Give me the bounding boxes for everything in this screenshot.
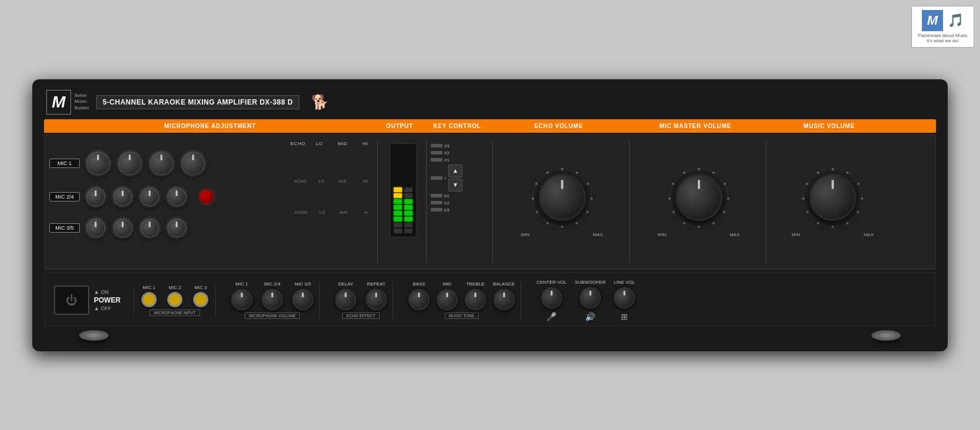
echo-volume-knob[interactable] — [539, 174, 586, 221]
music-volume-section: MIN MAX — [768, 141, 897, 263]
vu-led-r4 — [404, 205, 413, 210]
delay-knob-group: DELAY — [335, 281, 356, 310]
treble-knob[interactable] — [465, 289, 486, 310]
svg-point-22 — [673, 211, 675, 213]
bass-knob-group: BASS — [408, 281, 430, 310]
section-echo-header: ECHO VOLUME — [491, 121, 626, 131]
mic1-knob-group — [86, 151, 205, 176]
mic35-label: MIC 3/5 — [49, 223, 80, 233]
balance-knob-group: BALANCE — [493, 281, 515, 310]
mic2-jack[interactable] — [167, 292, 183, 307]
mic1-jack-group: MIC 1 — [141, 285, 157, 307]
svg-point-10 — [532, 197, 534, 200]
knob-col-label-echo2: eCHO — [294, 179, 306, 183]
mic3-jack[interactable] — [193, 292, 208, 307]
mic-master-volume-knob[interactable] — [675, 174, 722, 221]
mic-vol-label: MICROPHONE VOLUME — [245, 313, 300, 319]
key-down-button[interactable]: ▼ — [448, 179, 462, 192]
knob-col-label-mid2: miD — [339, 179, 347, 183]
vu-led-8 — [394, 229, 402, 233]
svg-point-9 — [536, 211, 538, 213]
svg-point-28 — [846, 172, 849, 174]
treble-knob-group: TREBLE — [465, 281, 486, 310]
line-vol-knob[interactable] — [614, 287, 635, 308]
echo-vol-knob-container — [531, 166, 593, 229]
vu-led-r8 — [404, 229, 413, 233]
center-vol-knob[interactable] — [541, 287, 562, 308]
music-volume-knob[interactable] — [809, 174, 856, 221]
mic24-knob-group — [86, 187, 187, 207]
balance-knob[interactable] — [494, 289, 515, 310]
key-led-b3 — [431, 208, 442, 211]
mic-input-label: MICROPHONE INPUT — [150, 310, 200, 316]
bass-knob[interactable] — [408, 289, 430, 310]
vu-led-r3 — [404, 199, 413, 204]
mic24-echo-knob[interactable] — [86, 187, 106, 207]
repeat-knob[interactable] — [366, 289, 387, 310]
mic35-echo-knob[interactable] — [86, 218, 106, 238]
subwoofer-knob[interactable] — [580, 287, 601, 308]
mic1-vol-knob[interactable] — [231, 289, 252, 310]
mic1-hi-knob[interactable] — [181, 151, 205, 176]
svg-point-33 — [832, 226, 834, 228]
repeat-knob-group: REPEAT — [366, 281, 387, 310]
mic1-row: MIC 1 — [49, 151, 373, 176]
section-headers-bar: MICROPHONE ADJUSTMENT OUTPUT KEY CONTROL… — [44, 119, 936, 133]
svg-point-16 — [724, 183, 726, 185]
mic1-jack[interactable] — [141, 292, 157, 307]
knob-col-label-hi: HI — [363, 141, 368, 146]
vu-led-5 — [394, 211, 402, 216]
mic24-mid-knob[interactable] — [140, 187, 160, 207]
svg-point-32 — [846, 222, 849, 224]
key-led-3 — [431, 144, 442, 147]
vu-led-6 — [394, 217, 402, 221]
svg-point-21 — [683, 222, 685, 224]
vu-led-3 — [394, 199, 402, 204]
center-vol-group: CENTER VOL 🎤 — [536, 280, 566, 321]
svg-point-7 — [561, 226, 563, 228]
vu-col-left — [394, 187, 402, 233]
svg-point-37 — [806, 183, 808, 185]
key-ind-b2: b2 — [431, 200, 490, 206]
mic35-hi-knob[interactable] — [167, 218, 187, 238]
mic-master-min-max: MIN MAX — [658, 232, 740, 237]
svg-point-23 — [668, 197, 671, 200]
key-ind-1: #1 — [431, 157, 490, 163]
vu-led-1 — [394, 187, 402, 192]
echo-min-max: MIN MAX — [521, 232, 603, 237]
key-up-button[interactable]: ▲ — [448, 164, 462, 177]
svg-point-5 — [586, 211, 589, 213]
speaker-icon: 🔊 — [585, 312, 595, 321]
svg-point-18 — [723, 211, 725, 213]
power-section: ⏻ ▲ ON POWER ▲ OFF — [54, 285, 124, 315]
mic24-vol-knob[interactable] — [262, 289, 283, 310]
mic-master-knob-container — [668, 166, 730, 229]
mic1-lo-knob[interactable] — [117, 151, 142, 176]
svg-point-34 — [817, 222, 819, 224]
mic24-lo-knob[interactable] — [113, 187, 133, 207]
mic1-mid-knob[interactable] — [149, 151, 174, 176]
mic35-lo-knob[interactable] — [113, 218, 133, 238]
power-switch[interactable]: ⏻ — [54, 285, 89, 315]
mic24-hi-knob[interactable] — [167, 187, 187, 207]
mic35-vol-knob[interactable] — [292, 289, 313, 310]
mic24-vol-knob-group: MIC 2/4 — [262, 281, 283, 310]
mic3-jack-group: MIC 3 — [193, 285, 208, 307]
vu-led-7 — [394, 223, 402, 227]
key-led-1 — [431, 158, 442, 162]
mid-knob[interactable] — [437, 289, 458, 310]
svg-point-15 — [712, 172, 715, 174]
svg-point-25 — [683, 172, 685, 174]
mic24-row: MIC 2/4 — [49, 187, 373, 207]
vu-led-r1 — [404, 187, 413, 192]
brand-logo: M Better Music Builder — [46, 90, 89, 115]
mic1-echo-knob[interactable] — [86, 151, 110, 176]
mic1-vol-knob-group: MIC 1 — [231, 281, 252, 310]
model-badge: 5-CHANNEL KARAOKE MIXING AMPLIFIER DX-38… — [96, 95, 299, 109]
output-vu-section — [380, 141, 427, 263]
key-ind-b1: b1 — [431, 193, 490, 199]
bottom-panel: ⏻ ▲ ON POWER ▲ OFF MIC 1 MIC 2 — [44, 272, 936, 327]
vu-meter — [390, 143, 417, 237]
delay-knob[interactable] — [335, 289, 356, 310]
mic35-mid-knob[interactable] — [140, 218, 160, 238]
